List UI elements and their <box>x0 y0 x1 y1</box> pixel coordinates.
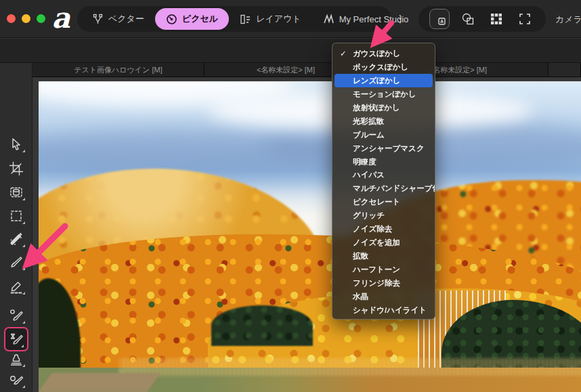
persona-tab-label: ピクセル <box>182 13 218 25</box>
menu-item-halftone[interactable]: ハーフトーン <box>332 263 435 276</box>
persona-tab-layout[interactable]: レイアウト <box>229 8 312 30</box>
menu-item-label: シャドウ/ハイライト <box>353 306 427 314</box>
document-tab[interactable]: テスト画像ハロウイン [M] <box>33 63 205 77</box>
document-tab-label: <名称未設定> [M] <box>429 65 487 75</box>
menu-item-clarity[interactable]: 明瞭度 <box>332 155 435 169</box>
expand-icon <box>518 12 532 26</box>
menu-item-label: ピクセレート <box>353 198 400 206</box>
pixel-persona-icon <box>166 14 177 25</box>
menu-item-denoise[interactable]: ノイズ除去 <box>332 222 435 236</box>
minimize-button[interactable] <box>22 14 30 23</box>
layout-persona-icon <box>240 14 251 25</box>
fullscreen-button[interactable] <box>515 9 535 29</box>
svg-text:A: A <box>440 19 444 24</box>
menu-item-label: フリンジ除去 <box>353 279 400 287</box>
overflow-menu-icon[interactable]: ⋮ <box>395 9 406 29</box>
crop-icon <box>9 161 24 176</box>
overlapping-shapes-icon <box>461 12 475 26</box>
affinity-photo-window: a ベクター ピクセル レイアウト <box>0 0 581 392</box>
menu-item-defringe[interactable]: フリンジ除去 <box>332 276 435 290</box>
menu-item-motion-blur[interactable]: モーションぼかし <box>332 87 435 101</box>
menu-item-label: マルチバンドシャープ化 <box>353 184 435 192</box>
menu-item-label: 放射状ぼかし <box>353 104 400 112</box>
view-options-group: A <box>418 6 546 32</box>
crop-tool[interactable] <box>4 158 28 179</box>
menu-item-label: ハイパス <box>353 171 385 179</box>
camera-data-label[interactable]: カメラデ <box>555 14 581 26</box>
menu-item-label: モーションぼかし <box>353 90 416 98</box>
clone-stamp-icon <box>9 351 24 366</box>
marquee-tool[interactable] <box>4 205 28 227</box>
tools-panel <box>0 63 33 392</box>
clone-stamp-tool[interactable] <box>4 348 28 370</box>
paint-brush-tool[interactable] <box>4 251 28 273</box>
selection-brush-icon <box>9 185 24 200</box>
studio-scribble-icon <box>323 14 335 25</box>
marquee-icon <box>9 209 24 223</box>
flyout-indicator <box>22 267 25 270</box>
contrast-a-icon: A <box>433 12 446 26</box>
filter-dropdown-menu: ✓ ガウスぼかし ボックスぼかし レンズぼかし モーションぼかし 放射状ぼかし … <box>332 43 435 320</box>
menu-item-shadows-highlights[interactable]: シャドウ/ハイライト <box>332 303 435 317</box>
menu-item-add-noise[interactable]: ノイズを追加 <box>332 236 435 249</box>
menu-item-lens-blur[interactable]: レンズぼかし <box>335 74 433 87</box>
menu-item-label: 拡散 <box>353 252 368 260</box>
flyout-indicator <box>22 198 25 200</box>
conifer-cluster <box>211 305 313 346</box>
menu-item-diffuse[interactable]: 拡散 <box>332 249 435 263</box>
mixer-brush-icon <box>9 232 24 246</box>
document-image-autumn-mountains[interactable] <box>39 81 581 392</box>
flyout-indicator <box>22 385 25 388</box>
menu-item-radial-blur[interactable]: 放射状ぼかし <box>332 101 435 114</box>
menu-item-label: ノイズ除去 <box>353 225 392 233</box>
studio-preset-button[interactable]: A <box>429 9 450 29</box>
geometry-button[interactable] <box>458 9 478 29</box>
top-toolbar: a ベクター ピクセル レイアウト <box>0 0 581 38</box>
menu-item-pixelate[interactable]: ピクセレート <box>332 195 435 209</box>
document-tab-label: <名称未設定> [M] <box>257 65 315 75</box>
move-tool[interactable] <box>4 133 28 155</box>
menu-item-label: アンシャープマスク <box>353 144 425 152</box>
menu-item-unsharp-mask[interactable]: アンシャープマスク <box>332 141 435 155</box>
menu-item-label: レンズぼかし <box>353 77 401 85</box>
persona-tab-vector[interactable]: ベクター <box>81 8 155 30</box>
document-tab-bar: テスト画像ハロウイン [M] <名称未設定> [M] <名称未設定> [M] <box>33 63 581 77</box>
menu-item-diffuse-glow[interactable]: 光彩拡散 <box>332 114 435 128</box>
persona-tab-pixel[interactable]: ピクセル <box>155 8 229 30</box>
selection-brush-tool[interactable] <box>4 181 28 203</box>
dodge-brush-tool[interactable] <box>4 369 28 391</box>
flyout-indicator <box>22 221 25 224</box>
menu-item-gaussian-blur[interactable]: ✓ ガウスぼかし <box>332 47 435 60</box>
menu-item-multiband-sharpen[interactable]: マルチバンドシャープ化 <box>332 181 435 195</box>
context-toolbar: 1024 px ⌄ 100 % ⌄ 100 % ⌄ <box>0 39 581 63</box>
menu-item-label: グリッチ <box>353 211 385 219</box>
menu-item-label: ボックスぼかし <box>353 63 408 71</box>
color-replacement-brush-tool[interactable] <box>4 305 28 326</box>
mixer-brush-tool[interactable] <box>4 228 28 250</box>
menu-item-label: ガウスぼかし <box>353 49 401 58</box>
color-replacement-brush-icon <box>9 308 24 323</box>
close-button[interactable] <box>7 14 16 23</box>
flyout-indicator <box>22 244 25 247</box>
paint-brush-icon <box>9 255 24 269</box>
menu-item-bloom[interactable]: ブルーム <box>332 128 435 141</box>
persona-switcher: ベクター ピクセル レイアウト My Perfect Studio <box>77 6 391 32</box>
flyout-indicator <box>22 150 25 152</box>
menu-item-label: ブルーム <box>353 131 385 139</box>
dirt-path <box>39 373 160 392</box>
menu-item-label: 明瞭度 <box>353 158 376 166</box>
menu-item-crystallize[interactable]: 水晶 <box>332 290 435 303</box>
menu-item-glitch[interactable]: グリッチ <box>332 209 435 222</box>
zoom-button[interactable] <box>37 14 45 23</box>
flyout-indicator <box>22 292 25 295</box>
menu-item-label: ハーフトーン <box>353 265 400 274</box>
document-tab-label: テスト画像ハロウイン [M] <box>74 65 162 75</box>
pixel-pencil-tool[interactable] <box>4 276 28 297</box>
menu-item-box-blur[interactable]: ボックスぼかし <box>332 60 435 74</box>
checkmark-icon: ✓ <box>340 47 347 60</box>
move-cursor-icon <box>9 137 24 152</box>
pencil-icon <box>9 279 24 294</box>
thumbnails-button[interactable] <box>486 9 507 29</box>
flyout-indicator <box>22 364 25 367</box>
menu-item-high-pass[interactable]: ハイパス <box>332 168 435 181</box>
